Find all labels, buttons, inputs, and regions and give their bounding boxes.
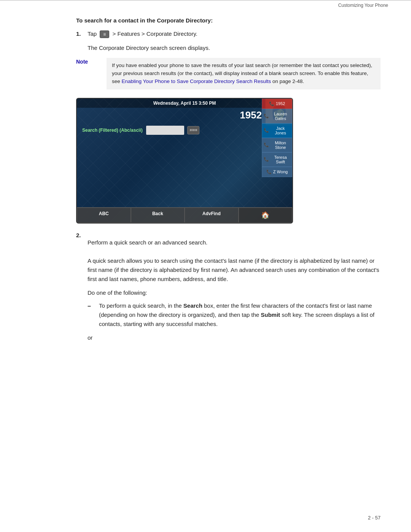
advfind-button[interactable]: AdvFind <box>185 208 239 223</box>
page-footer: 2 - 57 <box>368 515 381 521</box>
step-1-text-after: > Features > Corporate Directory. <box>113 30 198 37</box>
note-link-after: on page 2-48. <box>271 78 304 84</box>
note-link[interactable]: Enabling Your Phone to Save Corporate Di… <box>122 78 271 84</box>
abc-button[interactable]: ABC <box>77 208 131 223</box>
note-label: Note <box>76 58 107 89</box>
step-2-intro: Perform a quick search or an advanced se… <box>88 239 207 246</box>
step-2-para1: A quick search allows you to search usin… <box>88 257 379 282</box>
phone-search-bar: Search (Filtered) (Abc/ascii) <box>82 126 262 135</box>
note-box: If you have enabled your phone to save t… <box>107 58 381 89</box>
contact-icon-milton: 📞 <box>264 142 269 147</box>
contact-icon-1952: 📞 <box>269 101 274 106</box>
contact-icon-lauren: 📞 <box>264 113 269 118</box>
search-bold: Search <box>183 302 202 309</box>
contact-icon-teresa: 📞 <box>264 157 269 162</box>
home-button[interactable]: 🏠 <box>239 208 293 223</box>
contact-teresa-swift[interactable]: 📞 Teresa Swift <box>262 152 292 167</box>
search-input-field[interactable] <box>146 126 184 135</box>
page-header: Customizing Your Phone <box>0 0 411 10</box>
contact-milton-stone[interactable]: 📞 Milton Stone <box>262 138 292 152</box>
contact-lauren-gates[interactable]: 📞 Lauren Gates <box>262 109 292 123</box>
contact-1952[interactable]: 📞 1952 <box>262 99 292 109</box>
or-text: or <box>88 333 381 342</box>
step-2-number: 2. <box>76 232 88 238</box>
step-2-content: Perform a quick search or an advanced se… <box>88 238 381 342</box>
back-button[interactable]: Back <box>131 208 185 223</box>
bullet-text-before: To perform a quick search, in the <box>99 302 183 309</box>
main-content: To search for a contact in the Corporate… <box>0 10 411 363</box>
phone-screenshot: 👩 Wednesday, April 15 3:50 PM 1952 Searc… <box>76 98 293 224</box>
do-one-text: Do one of the following: <box>88 288 381 297</box>
keyboard-button[interactable] <box>187 126 199 134</box>
contact-icon-zwong: 📞 <box>266 169 272 174</box>
phone-status-bar: Wednesday, April 15 3:50 PM <box>77 99 292 108</box>
step-1: 1. Tap ≡ > Features > Corporate Director… <box>76 30 381 51</box>
phone-bottom-bar: ABC Back AdvFind 🏠 <box>77 207 292 223</box>
phone-extension: 1952 <box>77 108 292 123</box>
contacts-sidebar: 📞 1952 📞 Lauren Gates 📞 Jack Jones 📞 Mil… <box>262 99 292 177</box>
page-number: 2 - 57 <box>368 515 381 521</box>
search-label: Search (Filtered) (Abc/ascii) <box>82 128 143 133</box>
step-1-subtext: The Corporate Directory search screen di… <box>88 45 210 51</box>
step-1-content: Tap ≡ > Features > Corporate Directory. … <box>88 30 381 51</box>
step-1-text-before: Tap <box>88 30 97 37</box>
keyboard-icon <box>190 129 197 131</box>
section-title: To search for a contact in the Corporate… <box>76 17 381 24</box>
contact-icon-jack: 📞 <box>264 128 269 133</box>
step-2: 2. Perform a quick search or an advanced… <box>76 232 381 342</box>
note-container: Note If you have enabled your phone to s… <box>76 58 381 89</box>
bullet-dash: – <box>88 301 99 329</box>
quick-search-bullet: – To perform a quick search, in the Sear… <box>88 301 381 329</box>
features-menu-button[interactable]: ≡ <box>100 30 109 38</box>
contact-jack-jones[interactable]: 📞 Jack Jones <box>262 123 292 138</box>
header-text: Customizing Your Phone <box>338 3 388 8</box>
submit-bold: Submit <box>261 312 280 318</box>
contact-z-wong[interactable]: 📞 Z Wong <box>262 167 292 177</box>
bullet-text: To perform a quick search, in the Search… <box>99 301 381 329</box>
step-1-number: 1. <box>76 30 88 37</box>
